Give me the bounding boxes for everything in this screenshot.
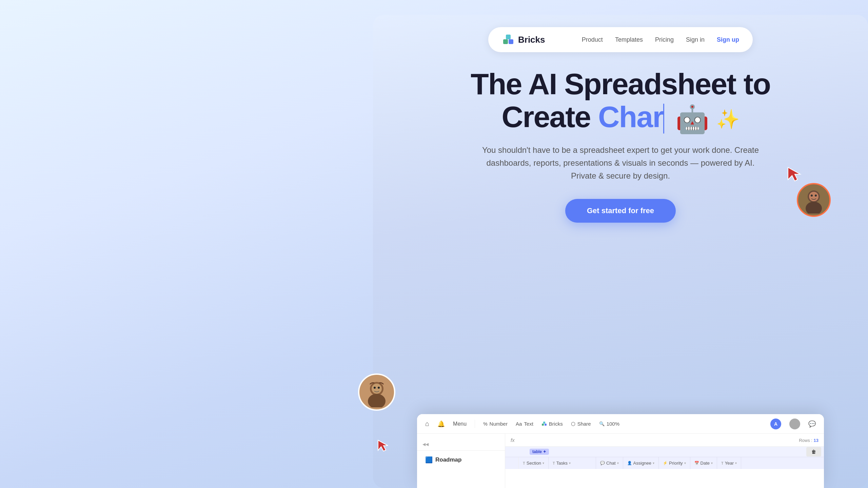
bottom-cursor-icon bbox=[377, 439, 389, 453]
toolbar-divider bbox=[475, 420, 475, 428]
svg-point-5 bbox=[809, 192, 818, 201]
app-preview: ⌂ 🔔 Menu % Number Aa Text Bricks bbox=[417, 414, 824, 488]
col-date-label: Date bbox=[701, 461, 710, 466]
svg-point-17 bbox=[792, 424, 797, 428]
col-tasks-arrow: ▾ bbox=[569, 461, 571, 465]
zoom-icon: 🔍 bbox=[599, 421, 605, 426]
col-year-arrow: ▾ bbox=[735, 461, 737, 465]
main-container: Bricks Product Templates Pricing Sign in… bbox=[373, 0, 868, 488]
svg-rect-15 bbox=[543, 422, 545, 424]
nav-product[interactable]: Product bbox=[582, 36, 603, 43]
svg-rect-13 bbox=[542, 424, 544, 426]
col-year-icon: T bbox=[721, 461, 724, 465]
app-toolbar: ⌂ 🔔 Menu % Number Aa Text Bricks bbox=[417, 414, 824, 434]
nav-signin[interactable]: Sign in bbox=[686, 36, 705, 43]
col-year-label: Year bbox=[725, 461, 734, 466]
top-right-avatar bbox=[797, 183, 831, 217]
hero-title: The AI Spreadsheet to Create Char 🤖 ✨ bbox=[373, 68, 868, 134]
delete-button[interactable]: 🗑 bbox=[806, 447, 821, 456]
col-tasks-label: Tasks bbox=[556, 461, 568, 466]
file-icon: 🟦 bbox=[425, 456, 433, 464]
cursor-arrow-icon bbox=[787, 166, 802, 184]
chat-icon[interactable]: 💬 bbox=[808, 420, 816, 428]
number-tool[interactable]: % Number bbox=[483, 421, 508, 427]
bricks-tool[interactable]: Bricks bbox=[541, 421, 563, 427]
col-chat-label: Chat bbox=[606, 461, 615, 466]
col-priority[interactable]: ⚡ Priority ▾ bbox=[659, 457, 690, 469]
col-tasks[interactable]: T Tasks ▾ bbox=[549, 457, 596, 469]
sidebar-file-item[interactable]: 🟦 Roadmap bbox=[422, 453, 499, 466]
bottom-avatar-face bbox=[361, 377, 392, 407]
bottom-avatar bbox=[358, 373, 395, 411]
svg-point-12 bbox=[378, 387, 380, 389]
avatar-face bbox=[800, 186, 827, 214]
col-section-arrow: ▾ bbox=[542, 461, 544, 465]
hero-word: Char bbox=[598, 100, 665, 134]
col-chat-arrow: ▾ bbox=[617, 461, 619, 465]
nav-pricing[interactable]: Pricing bbox=[655, 36, 674, 43]
sparkle-emoji: ✨ bbox=[716, 109, 739, 130]
col-date-icon: 📅 bbox=[694, 461, 699, 465]
table-columns: T Section ▾ T Tasks ▾ 💬 Chat ▾ bbox=[505, 457, 824, 469]
robot-emoji: 🤖 bbox=[675, 104, 709, 134]
col-section-label: Section bbox=[527, 461, 541, 466]
percent-icon: % bbox=[483, 421, 487, 427]
svg-point-9 bbox=[368, 394, 386, 407]
home-icon[interactable]: ⌂ bbox=[425, 420, 429, 428]
svg-point-16 bbox=[793, 421, 796, 425]
logo-icon bbox=[502, 33, 515, 46]
col-assignee-icon: 👤 bbox=[627, 461, 632, 465]
nav-links: Product Templates Pricing Sign in Sign u… bbox=[582, 36, 739, 43]
rows-count: 13 bbox=[814, 438, 818, 443]
logo[interactable]: Bricks bbox=[502, 33, 545, 46]
app-sidebar: ◀◀ 🟦 Roadmap bbox=[417, 434, 505, 488]
col-priority-icon: ⚡ bbox=[663, 461, 668, 465]
share-tool[interactable]: ⬡ Share bbox=[571, 421, 591, 427]
cta-button[interactable]: Get started for free bbox=[565, 199, 676, 223]
col-assignee[interactable]: 👤 Assignee ▾ bbox=[623, 457, 659, 469]
zoom-tool[interactable]: 🔍 100% bbox=[599, 421, 619, 427]
fx-icon: fx bbox=[511, 437, 515, 443]
app-content: fx Rows : 13 table ✦ bbox=[505, 434, 824, 488]
menu-label[interactable]: Menu bbox=[453, 421, 467, 427]
bell-icon[interactable]: 🔔 bbox=[437, 420, 445, 428]
typing-cursor bbox=[663, 104, 664, 134]
text-icon: Aa bbox=[516, 421, 522, 427]
svg-point-7 bbox=[815, 195, 817, 197]
col-year[interactable]: T Year ▾ bbox=[717, 457, 741, 469]
col-section[interactable]: T Section ▾ bbox=[519, 457, 549, 469]
col-date-arrow: ▾ bbox=[711, 461, 713, 465]
col-chat[interactable]: 💬 Chat ▾ bbox=[596, 457, 623, 469]
col-assignee-label: Assignee bbox=[633, 461, 651, 466]
col-chat-icon: 💬 bbox=[600, 461, 605, 465]
svg-point-11 bbox=[374, 387, 376, 389]
svg-rect-2 bbox=[506, 35, 511, 39]
table-tag: table ✦ bbox=[530, 449, 549, 455]
svg-rect-0 bbox=[503, 39, 508, 44]
nav-collapse-icon[interactable]: ◀◀ bbox=[422, 442, 429, 447]
user-avatar-a[interactable]: A bbox=[770, 419, 781, 429]
col-date[interactable]: 📅 Date ▾ bbox=[690, 457, 717, 469]
bricks-icon bbox=[541, 421, 547, 427]
svg-point-4 bbox=[806, 202, 822, 214]
svg-point-6 bbox=[811, 195, 813, 197]
nav-signup[interactable]: Sign up bbox=[717, 36, 739, 43]
share-icon: ⬡ bbox=[571, 421, 575, 427]
file-name: Roadmap bbox=[435, 456, 461, 463]
hero-subtitle: You shouldn't have to be a spreadsheet e… bbox=[481, 144, 760, 183]
cursor-decoration bbox=[787, 166, 841, 220]
col-section-icon: T bbox=[523, 461, 525, 465]
col-assignee-arrow: ▾ bbox=[653, 461, 654, 465]
logo-text: Bricks bbox=[518, 35, 545, 45]
nav-templates[interactable]: Templates bbox=[615, 36, 643, 43]
rows-indicator: Rows : 13 bbox=[799, 438, 818, 443]
col-tasks-icon: T bbox=[553, 461, 555, 465]
avatar-2-face bbox=[791, 420, 798, 428]
delete-icon: 🗑 bbox=[811, 449, 816, 454]
svg-rect-14 bbox=[545, 424, 547, 426]
user-avatar-2[interactable] bbox=[789, 419, 800, 429]
row-num-header bbox=[505, 457, 519, 469]
hero-title-line2: Create Char 🤖 ✨ bbox=[502, 100, 739, 134]
text-tool[interactable]: Aa Text bbox=[516, 421, 533, 427]
col-priority-label: Priority bbox=[669, 461, 683, 466]
